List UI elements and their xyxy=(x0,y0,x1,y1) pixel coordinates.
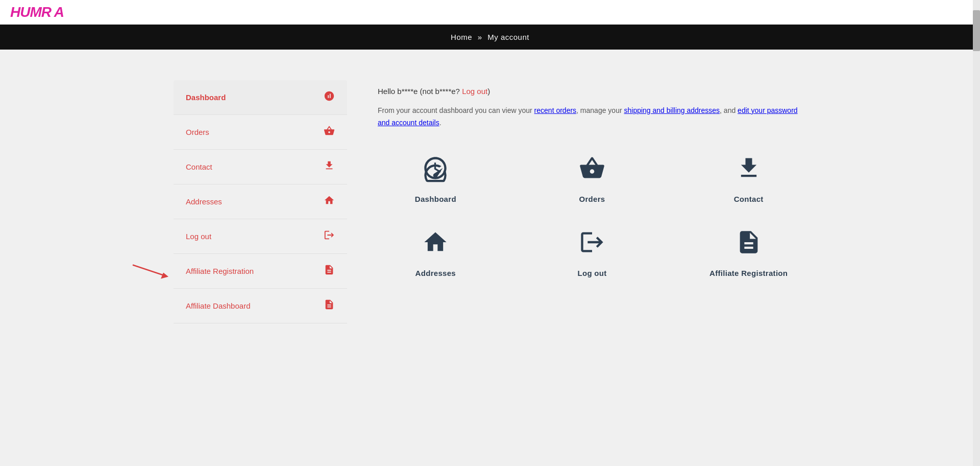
logout-link[interactable]: Log out xyxy=(462,87,487,96)
grid-icon-addresses xyxy=(422,229,449,261)
grid-icon-contact xyxy=(736,155,762,187)
grid-icon-orders xyxy=(579,155,605,187)
site-logo: HUMR A xyxy=(10,4,64,20)
breadcrumb-bar: Home » My account xyxy=(0,25,980,50)
sidebar-item-orders[interactable]: Orders xyxy=(174,115,347,150)
sidebar-item-addresses[interactable]: Addresses xyxy=(174,184,347,219)
affiliate-dash-icon xyxy=(324,299,335,313)
dashboard-icon xyxy=(324,90,335,104)
grid-item-logout[interactable]: Log out xyxy=(534,229,650,277)
sidebar-label-affiliate-registration: Affiliate Registration xyxy=(186,267,254,275)
sidebar-label-addresses: Addresses xyxy=(186,197,222,206)
sidebar-label-dashboard: Dashboard xyxy=(186,93,226,102)
description-text: From your account dashboard you can view… xyxy=(378,105,806,129)
grid-label-orders: Orders xyxy=(579,195,605,203)
arrow-annotation xyxy=(130,262,171,280)
grid-item-addresses[interactable]: Addresses xyxy=(378,229,494,277)
grid-label-addresses: Addresses xyxy=(415,269,456,277)
affiliate-reg-icon xyxy=(324,264,335,278)
sidebar-item-affiliate-registration[interactable]: Affiliate Registration xyxy=(174,254,347,289)
sidebar-label-logout: Log out xyxy=(186,232,211,241)
grid-icon-dashboard xyxy=(422,155,449,187)
sidebar-item-logout[interactable]: Log out xyxy=(174,219,347,254)
grid-item-orders[interactable]: Orders xyxy=(534,155,650,203)
scrollbar-thumb[interactable] xyxy=(973,10,980,51)
logo-bar: HUMR A xyxy=(0,0,980,25)
contact-icon xyxy=(324,160,335,174)
svg-line-0 xyxy=(133,265,163,275)
addresses-icon xyxy=(324,195,335,208)
svg-marker-1 xyxy=(161,272,168,278)
grid-icon-affiliate-registration xyxy=(736,229,762,261)
grid-item-contact[interactable]: Contact xyxy=(691,155,806,203)
recent-orders-link[interactable]: recent orders xyxy=(534,106,576,114)
grid-label-contact: Contact xyxy=(734,195,764,203)
sidebar-item-affiliate-dashboard[interactable]: Affiliate Dashboard xyxy=(174,289,347,323)
sidebar: Dashboard Orders Contact xyxy=(174,80,347,323)
sidebar-label-contact: Contact xyxy=(186,162,212,171)
grid-icon-logout xyxy=(579,229,605,261)
shipping-billing-link[interactable]: shipping and billing addresses xyxy=(624,106,720,114)
sidebar-label-orders: Orders xyxy=(186,128,209,136)
breadcrumb-home[interactable]: Home xyxy=(451,33,472,41)
dashboard-grid: Dashboard Orders Contact xyxy=(378,155,806,277)
greeting-text: Hello b****e (not b****e? Log out) xyxy=(378,85,806,98)
grid-item-affiliate-registration[interactable]: Affiliate Registration xyxy=(691,229,806,277)
grid-label-affiliate-registration: Affiliate Registration xyxy=(709,269,788,277)
sidebar-label-affiliate-dashboard: Affiliate Dashboard xyxy=(186,301,250,310)
breadcrumb-separator: » xyxy=(478,33,482,41)
edit-account-link[interactable]: edit your password and account details xyxy=(378,106,798,127)
orders-icon xyxy=(324,125,335,139)
scrollbar-track[interactable] xyxy=(973,0,980,466)
right-content: Hello b****e (not b****e? Log out) From … xyxy=(378,80,806,323)
sidebar-item-dashboard[interactable]: Dashboard xyxy=(174,80,347,115)
sidebar-item-contact[interactable]: Contact xyxy=(174,150,347,184)
main-content: Dashboard Orders Contact xyxy=(133,80,847,323)
breadcrumb-current: My account xyxy=(487,33,529,41)
grid-item-dashboard[interactable]: Dashboard xyxy=(378,155,494,203)
logout-icon xyxy=(324,229,335,243)
grid-label-logout: Log out xyxy=(577,269,606,277)
grid-label-dashboard: Dashboard xyxy=(415,195,456,203)
